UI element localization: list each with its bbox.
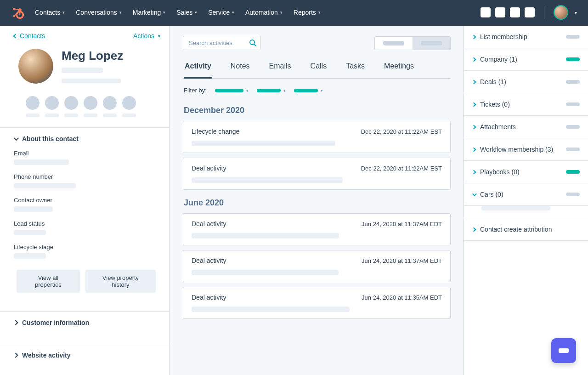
field-label-owner: Contact owner — [14, 197, 156, 204]
skeleton — [84, 114, 97, 117]
tab-calls[interactable]: Calls — [310, 57, 328, 78]
user-avatar[interactable] — [554, 5, 568, 20]
tab-notes[interactable]: Notes — [230, 57, 251, 78]
skeleton — [566, 35, 580, 39]
quick-action-icon[interactable] — [84, 96, 97, 110]
nav-item-marketing[interactable]: Marketing▾ — [133, 9, 165, 16]
sidebar-section[interactable]: Cars (0) — [464, 183, 588, 206]
about-contact-accordion[interactable]: About this contact — [0, 128, 170, 150]
center-panel: Activity Notes Emails Calls Tasks Meetin… — [170, 26, 464, 375]
activity-card[interactable]: Deal activity Jun 24, 2020 at 11:37AM ED… — [183, 250, 451, 282]
actions-dropdown[interactable]: Actions ▾ — [133, 32, 160, 40]
nav-item-sales[interactable]: Sales▾ — [176, 9, 197, 16]
chevron-down-icon — [472, 192, 477, 196]
activity-card[interactable]: Deal activity Dec 22, 2020 at 11:22AM ES… — [183, 158, 451, 190]
sidebar-section-label: Tickets (0) — [480, 101, 561, 108]
skeleton — [26, 114, 40, 117]
quick-action-icon[interactable] — [26, 96, 40, 110]
chevron-down-icon: ▾ — [280, 10, 283, 15]
view-all-properties-button[interactable]: View all properties — [17, 270, 80, 293]
chevron-down-icon: ▾ — [195, 10, 197, 15]
chat-icon — [559, 348, 569, 353]
tabs: Activity Notes Emails Calls Tasks Meetin… — [183, 57, 451, 79]
quick-actions-row — [0, 93, 170, 117]
filter-dropdown[interactable]: ▾ — [294, 88, 323, 93]
skeleton — [14, 159, 69, 165]
nav-item-reports[interactable]: Reports▾ — [294, 9, 321, 16]
sidebar-section[interactable]: List membership — [464, 26, 588, 48]
activity-title: Deal activity — [192, 220, 226, 227]
skeleton — [566, 125, 580, 129]
chevron-down-icon: ▾ — [246, 88, 249, 93]
activity-title: Deal activity — [192, 257, 226, 264]
sidebar-section[interactable]: Tickets (0) — [464, 93, 588, 116]
nav-menu: Contacts▾ Conversations▾ Marketing▾ Sale… — [35, 9, 481, 16]
sidebar-section[interactable]: Deals (1) — [464, 71, 588, 93]
view-property-history-button[interactable]: View property history — [85, 270, 156, 293]
svg-point-3 — [250, 40, 254, 45]
nav-icon-button[interactable] — [495, 7, 505, 17]
top-nav: Contacts▾ Conversations▾ Marketing▾ Sale… — [0, 0, 588, 25]
nav-item-automation[interactable]: Automation▾ — [245, 9, 283, 16]
quick-action-icon[interactable] — [45, 96, 59, 110]
sidebar-section[interactable]: Contact create attribution — [464, 218, 588, 241]
chevron-right-icon — [13, 320, 18, 325]
quick-action-icon[interactable] — [103, 96, 117, 110]
sidebar-section-label: Playbooks (0) — [480, 168, 561, 176]
tab-emails[interactable]: Emails — [268, 57, 292, 78]
quick-action-icon[interactable] — [122, 96, 136, 110]
sidebar-section-body — [464, 206, 588, 218]
accordion-label: About this contact — [22, 135, 79, 142]
contact-name: Meg Lopez — [62, 49, 123, 63]
chevron-down-icon[interactable]: ▾ — [575, 10, 577, 15]
sidebar-section[interactable]: Playbooks (0) — [464, 161, 588, 183]
search-icon — [249, 39, 256, 46]
chevron-right-icon — [13, 352, 18, 358]
filter-dropdown[interactable]: ▾ — [215, 88, 249, 93]
nav-item-service[interactable]: Service▾ — [208, 9, 234, 16]
website-activity-accordion[interactable]: Website activity — [0, 344, 170, 366]
chevron-down-icon: ▾ — [163, 10, 165, 15]
hubspot-logo-icon[interactable] — [11, 6, 24, 19]
activity-title: Lifecycle change — [192, 128, 239, 135]
activity-date: Jun 24, 2020 at 11:35AM EDT — [362, 294, 442, 301]
filter-row: Filter by: ▾ ▾ ▾ — [183, 79, 451, 97]
nav-icon-button[interactable] — [525, 7, 535, 17]
chevron-right-icon — [472, 125, 476, 129]
chevron-right-icon — [472, 80, 476, 84]
chevron-right-icon — [472, 57, 476, 62]
skeleton — [192, 307, 350, 312]
filter-dropdown[interactable]: ▾ — [257, 88, 286, 93]
activity-card[interactable]: Lifecycle change Dec 22, 2020 at 11:22AM… — [183, 121, 451, 153]
chat-fab[interactable] — [551, 338, 576, 363]
nav-icon-button[interactable] — [481, 7, 491, 17]
tab-activity[interactable]: Activity — [184, 57, 212, 79]
sidebar-section-label: Attachments — [480, 123, 561, 131]
activity-card[interactable]: Deal activity Jun 24, 2020 at 11:37AM ED… — [183, 213, 451, 245]
skeleton — [566, 57, 580, 61]
activity-card[interactable]: Deal activity Jun 24, 2020 at 11:35AM ED… — [183, 287, 451, 319]
tab-meetings[interactable]: Meetings — [383, 57, 415, 78]
nav-item-conversations[interactable]: Conversations▾ — [76, 9, 122, 16]
nav-icon-button[interactable] — [510, 7, 520, 17]
sidebar-section[interactable]: Workflow membership (3) — [464, 138, 588, 161]
skeleton — [421, 41, 442, 45]
activity-month-heading: December 2020 — [184, 106, 450, 115]
back-to-contacts-link[interactable]: Contacts — [14, 32, 45, 40]
tab-tasks[interactable]: Tasks — [345, 57, 366, 78]
skeleton — [64, 114, 78, 117]
sidebar-section-label: List membership — [480, 33, 561, 40]
quick-action-icon[interactable] — [64, 96, 78, 110]
contact-avatar[interactable] — [18, 49, 53, 84]
skeleton — [192, 141, 335, 146]
chevron-down-icon: ▾ — [62, 10, 65, 15]
view-toggle[interactable] — [374, 36, 451, 50]
sidebar-section[interactable]: Company (1) — [464, 48, 588, 71]
activity-date: Jun 24, 2020 at 11:37AM EDT — [362, 257, 442, 264]
skeleton — [14, 253, 46, 259]
sidebar-section[interactable]: Attachments — [464, 116, 588, 138]
nav-label: Automation — [245, 9, 278, 16]
sidebar-section-label: Company (1) — [480, 56, 561, 63]
nav-item-contacts[interactable]: Contacts▾ — [35, 9, 65, 16]
customer-information-accordion[interactable]: Customer information — [0, 312, 170, 334]
